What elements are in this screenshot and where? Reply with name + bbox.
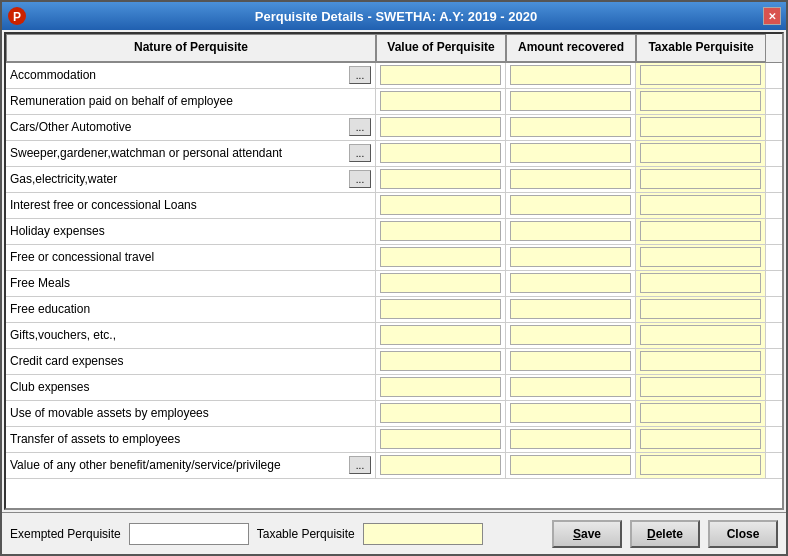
- row-text-1: Remuneration paid on behalf of employee: [10, 94, 371, 108]
- value-input-14[interactable]: [380, 429, 501, 449]
- taxable-input-14[interactable]: [640, 429, 761, 449]
- exempted-input[interactable]: [129, 523, 249, 545]
- row-text-9: Free education: [10, 302, 371, 316]
- taxable-input-13[interactable]: [640, 403, 761, 423]
- row-value-cell-14: [376, 427, 506, 452]
- row-taxable-cell-9: [636, 297, 766, 322]
- value-input-8[interactable]: [380, 273, 501, 293]
- amount-input-1[interactable]: [510, 91, 631, 111]
- row-detail-button-0[interactable]: ...: [349, 66, 371, 84]
- taxable-input-7[interactable]: [640, 247, 761, 267]
- value-input-12[interactable]: [380, 377, 501, 397]
- value-input-5[interactable]: [380, 195, 501, 215]
- amount-input-6[interactable]: [510, 221, 631, 241]
- amount-input-15[interactable]: [510, 455, 631, 475]
- app-logo: P: [7, 6, 27, 26]
- taxable-input-1[interactable]: [640, 91, 761, 111]
- table-row: Free or concessional travel: [6, 245, 782, 271]
- row-value-cell-0: [376, 63, 506, 88]
- row-label-8: Free Meals: [6, 271, 376, 296]
- row-text-15: Value of any other benefit/amenity/servi…: [10, 458, 347, 472]
- row-text-14: Transfer of assets to employees: [10, 432, 371, 446]
- row-label-15: Value of any other benefit/amenity/servi…: [6, 453, 376, 478]
- row-taxable-cell-8: [636, 271, 766, 296]
- value-input-6[interactable]: [380, 221, 501, 241]
- row-detail-button-3[interactable]: ...: [349, 144, 371, 162]
- value-input-13[interactable]: [380, 403, 501, 423]
- table-row: Credit card expenses: [6, 349, 782, 375]
- value-input-3[interactable]: [380, 143, 501, 163]
- amount-input-7[interactable]: [510, 247, 631, 267]
- value-input-4[interactable]: [380, 169, 501, 189]
- amount-input-8[interactable]: [510, 273, 631, 293]
- amount-input-10[interactable]: [510, 325, 631, 345]
- row-amount-cell-10: [506, 323, 636, 348]
- row-value-cell-4: [376, 167, 506, 192]
- row-label-2: Cars/Other Automotive...: [6, 115, 376, 140]
- value-input-0[interactable]: [380, 65, 501, 85]
- delete-button[interactable]: Delete: [630, 520, 700, 548]
- row-amount-cell-0: [506, 63, 636, 88]
- taxable-perquisite-input[interactable]: [363, 523, 483, 545]
- row-detail-button-4[interactable]: ...: [349, 170, 371, 188]
- taxable-input-9[interactable]: [640, 299, 761, 319]
- amount-input-11[interactable]: [510, 351, 631, 371]
- amount-input-9[interactable]: [510, 299, 631, 319]
- table-row: Value of any other benefit/amenity/servi…: [6, 453, 782, 479]
- window-title: Perquisite Details - SWETHA: A.Y: 2019 -…: [29, 9, 763, 24]
- value-input-1[interactable]: [380, 91, 501, 111]
- taxable-input-0[interactable]: [640, 65, 761, 85]
- close-button[interactable]: Close: [708, 520, 778, 548]
- row-taxable-cell-13: [636, 401, 766, 426]
- amount-input-12[interactable]: [510, 377, 631, 397]
- amount-input-2[interactable]: [510, 117, 631, 137]
- taxable-input-6[interactable]: [640, 221, 761, 241]
- row-amount-cell-15: [506, 453, 636, 478]
- amount-input-5[interactable]: [510, 195, 631, 215]
- window-close-button[interactable]: ✕: [763, 7, 781, 25]
- value-input-15[interactable]: [380, 455, 501, 475]
- amount-input-0[interactable]: [510, 65, 631, 85]
- value-input-7[interactable]: [380, 247, 501, 267]
- amount-input-13[interactable]: [510, 403, 631, 423]
- row-label-3: Sweeper,gardener,watchman or personal at…: [6, 141, 376, 166]
- row-text-4: Gas,electricity,water: [10, 172, 347, 186]
- row-detail-button-2[interactable]: ...: [349, 118, 371, 136]
- taxable-input-8[interactable]: [640, 273, 761, 293]
- taxable-input-5[interactable]: [640, 195, 761, 215]
- row-label-14: Transfer of assets to employees: [6, 427, 376, 452]
- taxable-input-12[interactable]: [640, 377, 761, 397]
- value-input-10[interactable]: [380, 325, 501, 345]
- table-body: Accommodation...Remuneration paid on beh…: [6, 63, 782, 508]
- taxable-input-2[interactable]: [640, 117, 761, 137]
- row-value-cell-3: [376, 141, 506, 166]
- main-window: P Perquisite Details - SWETHA: A.Y: 2019…: [0, 0, 788, 556]
- row-text-11: Credit card expenses: [10, 354, 371, 368]
- amount-input-3[interactable]: [510, 143, 631, 163]
- taxable-input-4[interactable]: [640, 169, 761, 189]
- table-row: Holiday expenses: [6, 219, 782, 245]
- amount-input-4[interactable]: [510, 169, 631, 189]
- row-value-cell-12: [376, 375, 506, 400]
- taxable-input-11[interactable]: [640, 351, 761, 371]
- value-input-11[interactable]: [380, 351, 501, 371]
- row-taxable-cell-0: [636, 63, 766, 88]
- row-detail-button-15[interactable]: ...: [349, 456, 371, 474]
- value-input-2[interactable]: [380, 117, 501, 137]
- row-value-cell-7: [376, 245, 506, 270]
- row-value-cell-9: [376, 297, 506, 322]
- row-taxable-cell-7: [636, 245, 766, 270]
- table-row: Club expenses: [6, 375, 782, 401]
- col-nature: Nature of Perquisite: [6, 34, 376, 62]
- amount-input-14[interactable]: [510, 429, 631, 449]
- row-amount-cell-11: [506, 349, 636, 374]
- row-amount-cell-9: [506, 297, 636, 322]
- value-input-9[interactable]: [380, 299, 501, 319]
- row-text-12: Club expenses: [10, 380, 371, 394]
- save-button[interactable]: Save: [552, 520, 622, 548]
- taxable-input-15[interactable]: [640, 455, 761, 475]
- taxable-input-10[interactable]: [640, 325, 761, 345]
- row-amount-cell-13: [506, 401, 636, 426]
- taxable-input-3[interactable]: [640, 143, 761, 163]
- row-label-9: Free education: [6, 297, 376, 322]
